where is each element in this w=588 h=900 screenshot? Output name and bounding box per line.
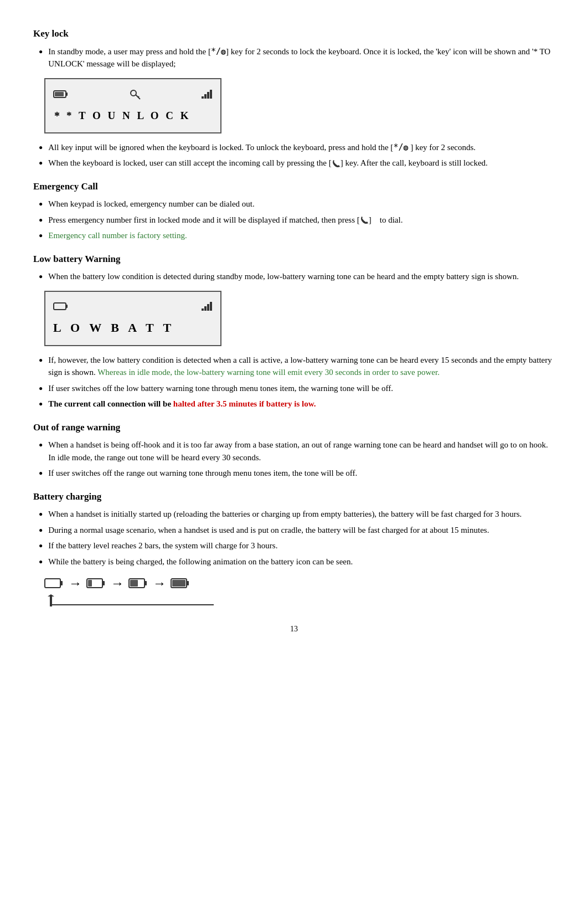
svg-rect-25: [172, 580, 185, 587]
lb-green-text: Whereas in idle mode, the low-battery wa…: [97, 368, 440, 377]
svg-rect-11: [66, 305, 68, 308]
low-batt-screen: L O W B A T T: [44, 291, 221, 346]
svg-rect-13: [204, 306, 207, 311]
lb-bullet-3: If user switches off the low battery war…: [48, 382, 555, 395]
svg-rect-7: [204, 94, 207, 99]
charge-arrow-1: →: [69, 573, 82, 593]
battery-icon-2bar: [128, 578, 148, 589]
ec-bullet-1: When keypad is locked, emergency number …: [48, 198, 555, 210]
list-item: If user switches off the low battery war…: [39, 382, 555, 395]
charging-animation: → → →: [44, 573, 555, 606]
svg-rect-8: [207, 92, 209, 99]
outofrange-list: When a handset is being off-hook and it …: [33, 439, 555, 480]
or-bullet-1: When a handset is being off-hook and it …: [48, 439, 555, 464]
battery-empty-icon: [53, 300, 69, 312]
charge-arrow-2: →: [111, 573, 124, 593]
kl-bullet-1: In standby mode, a user may press and ho…: [48, 45, 555, 70]
page-number: 13: [33, 623, 555, 635]
bc-bullet-1: When a handset is initially started up (…: [48, 508, 555, 521]
svg-rect-12: [202, 308, 204, 311]
lowbattery-list-1: When the battery low condition is detect…: [33, 270, 555, 283]
svg-rect-22: [130, 580, 138, 587]
screen-top-row: [53, 87, 213, 100]
lb-bullet-1: When the battery low condition is detect…: [48, 270, 555, 283]
charging-icons-row: → → →: [44, 573, 555, 593]
charging-list: When a handset is initially started up (…: [33, 508, 555, 568]
lb-bullet-4: The current call connection will be halt…: [48, 398, 555, 410]
list-item: When the battery low condition is detect…: [39, 270, 555, 283]
list-item: The current call connection will be halt…: [39, 398, 555, 410]
to-unlock-text: * T O U N L O C K: [66, 108, 191, 124]
battery-icon-display: [53, 88, 69, 100]
svg-rect-28: [50, 604, 214, 605]
svg-rect-14: [207, 304, 209, 311]
svg-line-5: [138, 96, 139, 97]
list-item: While the battery is being charged, the …: [39, 556, 555, 568]
battery-icon-1bar: [86, 578, 106, 589]
keylock-list: In standby mode, a user may press and ho…: [33, 45, 555, 70]
battery-icon-fullcharge: [171, 578, 190, 589]
kl-bullet-2: All key input will be ignored when the k…: [48, 141, 555, 154]
keylock-list-2: All key input will be ignored when the k…: [33, 141, 555, 169]
loop-arrow-row: [47, 594, 555, 606]
list-item: If the battery level reaches 2 bars, the…: [39, 539, 555, 552]
list-item: Press emergency number first in locked m…: [39, 214, 555, 227]
bc-bullet-3: If the battery level reaches 2 bars, the…: [48, 539, 555, 552]
outofrange-heading: Out of range warning: [33, 420, 555, 435]
svg-rect-23: [145, 581, 147, 585]
bc-bullet-4: While the battery is being charged, the …: [48, 556, 555, 568]
low-screen-top: [53, 300, 213, 312]
unlock-message: * * T O U N L O C K: [53, 107, 213, 124]
lowbattery-list-2: If, however, the low battery condition i…: [33, 354, 555, 410]
kl-bullet-3: When the keyboard is locked, user can st…: [48, 157, 555, 169]
key-symbol-2: */◍: [393, 142, 408, 152]
battery-icon-empty: [44, 578, 64, 589]
svg-rect-26: [187, 581, 189, 585]
loop-arrow-svg: [47, 594, 218, 606]
list-item: Emergency call number is factory setting…: [39, 229, 555, 242]
svg-rect-2: [66, 92, 68, 96]
svg-rect-15: [210, 302, 212, 311]
svg-rect-1: [55, 92, 64, 96]
list-item: If user switches off the range out warni…: [39, 467, 555, 480]
list-item: When a handset is initially started up (…: [39, 508, 555, 521]
list-item: In standby mode, a user may press and ho…: [39, 45, 555, 70]
signal-icon: [202, 88, 213, 100]
list-item: When the keyboard is locked, user can st…: [39, 157, 555, 169]
ec-bullet-3: Emergency call number is factory setting…: [48, 229, 555, 242]
lb-bold-text: The current call connection will be halt…: [48, 399, 316, 408]
bc-bullet-2: During a normal usage scenario, when a h…: [48, 524, 555, 537]
svg-rect-19: [88, 580, 92, 587]
asterisk: *: [54, 107, 63, 124]
keylock-heading: Key lock: [33, 27, 555, 41]
svg-rect-20: [102, 581, 105, 585]
svg-rect-10: [54, 303, 66, 310]
svg-rect-16: [45, 579, 60, 588]
key-symbol: */◍: [211, 47, 226, 56]
list-item: When keypad is locked, emergency number …: [39, 198, 555, 210]
svg-rect-9: [210, 90, 212, 99]
emergency-heading: Emergency Call: [33, 179, 555, 194]
or-bullet-2: If user switches off the range out warni…: [48, 467, 555, 480]
charge-arrow-3: →: [153, 573, 166, 593]
lb-halted-text: halted after 3.5 minutes if battery is l…: [173, 399, 316, 408]
charging-heading: Battery charging: [33, 490, 555, 504]
list-item: All key input will be ignored when the k…: [39, 141, 555, 154]
list-item: If, however, the low battery condition i…: [39, 354, 555, 379]
list-item: When a handset is being off-hook and it …: [39, 439, 555, 464]
signal-icon-low: [202, 300, 213, 312]
emergency-list: When keypad is locked, emergency number …: [33, 198, 555, 242]
svg-rect-17: [60, 581, 63, 585]
lb-bullet-2: If, however, the low battery condition i…: [48, 354, 555, 379]
ec-bullet-2: Press emergency number first in locked m…: [48, 214, 555, 227]
key-lock-icon: [129, 87, 141, 100]
svg-rect-6: [202, 96, 204, 99]
unlock-screen: * * T O U N L O C K: [44, 78, 221, 133]
lowbattery-heading: Low battery Warning: [33, 252, 555, 266]
list-item: During a normal usage scenario, when a h…: [39, 524, 555, 537]
low-batt-text: L O W B A T T: [53, 318, 213, 337]
